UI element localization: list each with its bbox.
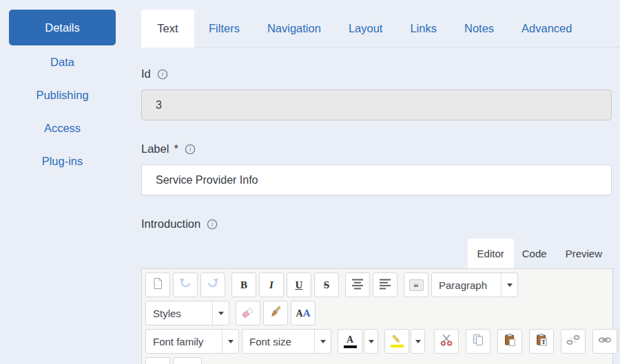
text-color-icon: A [344,335,357,348]
tab-navigation[interactable]: Navigation [267,22,321,35]
paste-button[interactable] [497,329,522,354]
font-select-icon: AA [296,308,311,319]
underline-button[interactable]: U [287,272,311,297]
toolbar-button-partial-2[interactable] [173,357,202,364]
paragraph-format-select[interactable]: Paragraph [431,272,518,297]
id-field-label-row: Id i [141,67,168,81]
editor-toolbar-row-3: Font family Font size A [145,329,612,354]
text-color-button[interactable]: A [338,329,362,354]
redo-button[interactable] [200,272,225,297]
new-document-icon [151,277,165,293]
italic-button[interactable]: I [259,272,284,297]
label-field-label: Label [141,142,169,156]
sidebar-item-publishing[interactable]: Publishing [9,78,116,111]
blockquote-icon: “ [409,279,424,291]
paragraph-format-value: Paragraph [432,279,501,291]
tab-label: Text [157,22,178,35]
text-color-menu-button[interactable] [364,329,378,354]
section-edit-page: Details Data Publishing Access Plug-ins … [0,0,620,364]
sidebar-item-label: Data [50,56,74,69]
sidebar-item-label: Details [45,21,79,34]
align-center-icon [351,277,364,293]
align-left-icon [378,277,392,293]
id-field[interactable] [141,89,612,120]
font-select-button[interactable]: AA [291,301,316,325]
tab-advanced[interactable]: Advanced [521,22,572,35]
caret-down-icon [501,273,517,297]
bold-button[interactable]: B [231,272,256,297]
blockquote-button[interactable]: “ [404,272,428,297]
caret-down-icon [415,340,421,343]
align-left-button[interactable] [373,272,397,297]
editor-toolbar-row-1: B I U S [145,272,612,297]
undo-icon [178,277,192,293]
editor-view-tab-code[interactable]: Code [522,248,547,259]
styles-value: Styles [146,308,212,319]
eraser-icon [241,305,255,321]
copy-button[interactable] [466,329,490,354]
sidebar-item-label: Access [44,122,81,135]
bold-icon: B [240,279,247,291]
main-tab-bar: Text Filters Navigation Layout Links Not… [141,10,620,47]
remove-format-button[interactable] [236,301,260,325]
highlighter-icon [391,335,404,347]
cut-button[interactable] [434,329,459,354]
id-field-label: Id [141,67,151,81]
link-button[interactable] [592,329,617,354]
unlink-icon [566,333,580,350]
editor-toolbar-row-2: Styles [145,301,612,325]
label-field[interactable] [141,164,612,195]
redo-icon [206,277,220,293]
svg-text:i: i [211,221,214,228]
info-icon[interactable]: i [207,219,218,230]
info-icon[interactable]: i [157,69,168,80]
sidebar-item-label: Plug-ins [42,155,83,168]
paste-text-icon: T [535,333,548,350]
copy-icon [471,333,485,350]
highlight-color-button[interactable] [384,329,409,354]
scissors-icon [440,333,453,350]
required-marker: * [174,142,178,156]
editor-view-tab-preview[interactable]: Preview [566,248,602,259]
editor-view-tab-bar: Editor Code Preview [141,239,612,268]
introduction-label-row: Introduction i [141,217,218,231]
format-painter-button[interactable] [263,301,288,325]
strikethrough-icon: S [324,279,329,291]
toolbar-button-partial-1[interactable] [145,357,170,364]
highlight-color-menu-button[interactable] [411,329,425,354]
svg-text:i: i [161,71,163,78]
brush-icon [269,305,282,321]
sidebar-item-plugins[interactable]: Plug-ins [9,144,116,178]
svg-text:i: i [189,146,191,153]
underline-icon: U [296,279,303,291]
sidebar-item-data[interactable]: Data [9,45,116,78]
sidebar: Details Data Publishing Access Plug-ins [9,10,116,178]
unlink-button[interactable] [561,329,586,354]
editor-view-tab-label: Editor [477,248,504,259]
tab-layout[interactable]: Layout [349,22,383,35]
styles-select[interactable]: Styles [145,301,229,325]
info-icon[interactable]: i [185,144,196,155]
paste-as-text-button[interactable]: T [529,329,554,354]
caret-down-icon [222,330,238,353]
caret-down-icon [212,301,229,325]
new-document-button[interactable] [145,272,170,297]
tab-filters[interactable]: Filters [209,22,240,35]
font-size-value: Font size [242,336,314,347]
strikethrough-button[interactable]: S [314,272,339,297]
sidebar-item-access[interactable]: Access [9,111,116,144]
svg-text:T: T [541,339,546,345]
font-size-select[interactable]: Font size [242,329,331,354]
align-center-button[interactable] [345,272,370,297]
introduction-rich-text-editor: B I U S [141,268,613,364]
tab-notes[interactable]: Notes [464,22,494,35]
introduction-field-label: Introduction [141,217,200,231]
caret-down-icon [369,340,374,343]
undo-button[interactable] [173,272,198,297]
tab-text[interactable]: Text [141,10,194,47]
italic-icon: I [269,279,273,291]
tab-links[interactable]: Links [410,22,437,35]
font-family-select[interactable]: Font family [145,329,239,354]
editor-view-tab-editor[interactable]: Editor [468,239,514,268]
sidebar-item-details[interactable]: Details [9,10,116,45]
